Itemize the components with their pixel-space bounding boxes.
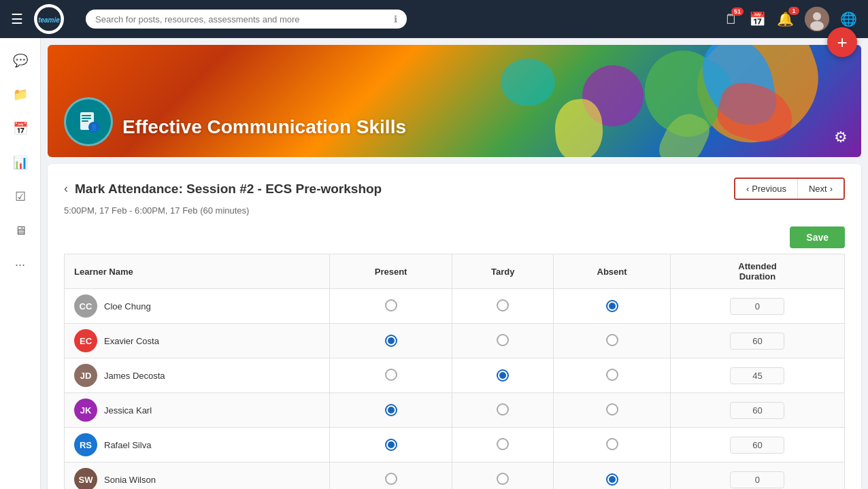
back-arrow-icon[interactable]: ‹	[64, 182, 68, 196]
page-title: Mark Attendance: Session #2 - ECS Pre-wo…	[75, 182, 382, 197]
duration-header: Attended Duration	[670, 254, 844, 289]
absent-radio[interactable]	[606, 300, 618, 312]
duration-input[interactable]	[730, 471, 784, 488]
notifications-badge: 1	[788, 7, 799, 15]
tardy-radio[interactable]	[497, 334, 509, 346]
sidebar-item-chat[interactable]: 💬	[6, 46, 35, 75]
table-row: JK Jessica Karl	[65, 393, 845, 428]
learner-name-header: Learner Name	[65, 254, 330, 289]
search-bar[interactable]: ℹ	[86, 10, 407, 29]
present-radio[interactable]	[385, 404, 397, 416]
duration-cell	[670, 462, 844, 490]
present-radio[interactable]	[385, 473, 397, 485]
sidebar-item-display[interactable]: 🖥	[6, 216, 35, 245]
tardy-cell[interactable]	[452, 289, 554, 324]
learner-avatar: CC	[74, 294, 97, 318]
next-button[interactable]: Next ›	[798, 179, 844, 199]
banner-shapes	[48, 45, 861, 157]
learner-name: James Decosta	[104, 371, 165, 381]
save-button[interactable]: Save	[790, 226, 845, 248]
previous-button[interactable]: ‹ Previous	[735, 179, 798, 199]
absent-cell[interactable]	[554, 393, 671, 428]
notifications-icon-btn[interactable]: 🔔 1	[777, 11, 794, 27]
tardy-radio[interactable]	[497, 403, 509, 416]
banner-settings-icon[interactable]: ⚙	[834, 129, 848, 146]
duration-cell	[670, 289, 844, 324]
duration-input[interactable]	[730, 367, 784, 384]
tardy-cell[interactable]	[452, 324, 554, 358]
tardy-cell[interactable]	[452, 428, 554, 462]
top-navigation: ☰ teamie ℹ 🗒 51 📅 🔔 1	[0, 0, 868, 38]
hamburger-menu[interactable]: ☰	[11, 11, 23, 27]
absent-cell[interactable]	[554, 358, 671, 393]
present-cell[interactable]	[329, 289, 452, 324]
absent-cell[interactable]	[554, 462, 671, 490]
search-info-icon: ℹ	[394, 14, 397, 24]
sidebar-item-analytics[interactable]: 📊	[6, 148, 35, 177]
sidebar-item-calendar[interactable]: 📅	[6, 114, 35, 143]
duration-cell	[670, 358, 844, 393]
absent-radio[interactable]	[606, 334, 618, 346]
present-cell[interactable]	[329, 393, 452, 428]
tardy-radio[interactable]	[497, 299, 509, 311]
present-radio[interactable]	[385, 335, 397, 347]
duration-input[interactable]	[730, 333, 784, 350]
globe-icon-btn[interactable]: 🌐	[840, 11, 857, 27]
posts-icon-btn[interactable]: 🗒 51	[724, 12, 738, 27]
learner-cell: CC Cloe Chung	[65, 289, 330, 324]
absent-cell[interactable]	[554, 428, 671, 462]
absent-radio[interactable]	[606, 403, 618, 416]
absent-radio[interactable]	[606, 473, 618, 486]
absent-radio[interactable]	[606, 369, 618, 381]
svg-text:teamie: teamie	[38, 16, 60, 24]
table-row: EC Exavier Costa	[65, 324, 845, 358]
duration-input[interactable]	[730, 437, 784, 454]
present-cell[interactable]	[329, 462, 452, 490]
learner-cell: RS Rafael Silva	[65, 428, 330, 462]
learner-avatar: EC	[74, 329, 97, 352]
posts-badge: 51	[731, 7, 744, 16]
absent-radio[interactable]	[606, 438, 618, 450]
svg-rect-7	[82, 118, 91, 119]
learner-avatar: SW	[74, 468, 97, 489]
table-row: JD James Decosta	[65, 358, 845, 393]
fab-add-button[interactable]: +	[827, 27, 857, 57]
duration-cell	[670, 324, 844, 358]
sidebar-item-folder[interactable]: 📁	[6, 80, 35, 109]
table-row: SW Sonia Wilson	[65, 462, 845, 490]
tardy-radio[interactable]	[497, 438, 509, 450]
main-layout: 💬 📁 📅 📊 ☑ 🖥 ···	[0, 38, 868, 489]
tardy-cell[interactable]	[452, 462, 554, 490]
present-cell[interactable]	[329, 428, 452, 462]
table-row: RS Rafael Silva	[65, 428, 845, 462]
present-cell[interactable]	[329, 358, 452, 393]
duration-input[interactable]	[730, 402, 784, 419]
learner-name: Exavier Costa	[104, 336, 159, 346]
attendance-table: Learner Name Present Tardy Absent Attend…	[64, 254, 845, 489]
user-avatar[interactable]	[805, 7, 829, 31]
learner-cell: EC Exavier Costa	[65, 324, 330, 358]
logo[interactable]: teamie	[34, 4, 64, 34]
tardy-radio[interactable]	[497, 369, 509, 382]
prev-chevron-icon: ‹	[746, 184, 749, 194]
present-cell[interactable]	[329, 324, 452, 358]
table-header-row: Learner Name Present Tardy Absent Attend…	[65, 254, 845, 289]
duration-input[interactable]	[730, 298, 784, 315]
present-radio[interactable]	[385, 369, 397, 381]
search-input[interactable]	[95, 14, 388, 24]
svg-point-3	[813, 12, 821, 20]
tardy-cell[interactable]	[452, 358, 554, 393]
present-radio[interactable]	[385, 299, 397, 311]
sidebar-item-tasks[interactable]: ☑	[6, 182, 35, 211]
tardy-radio[interactable]	[497, 473, 509, 485]
calendar-icon-btn[interactable]: 📅	[749, 11, 766, 27]
absent-cell[interactable]	[554, 324, 671, 358]
banner-course-title: Effective Communication Skills	[122, 116, 406, 138]
tardy-cell[interactable]	[452, 393, 554, 428]
present-radio[interactable]	[385, 439, 397, 451]
absent-cell[interactable]	[554, 289, 671, 324]
sidebar-item-more[interactable]: ···	[6, 250, 35, 279]
learner-cell: JD James Decosta	[65, 358, 330, 393]
course-icon: 👤	[64, 97, 113, 146]
next-chevron-icon: ›	[830, 184, 833, 194]
